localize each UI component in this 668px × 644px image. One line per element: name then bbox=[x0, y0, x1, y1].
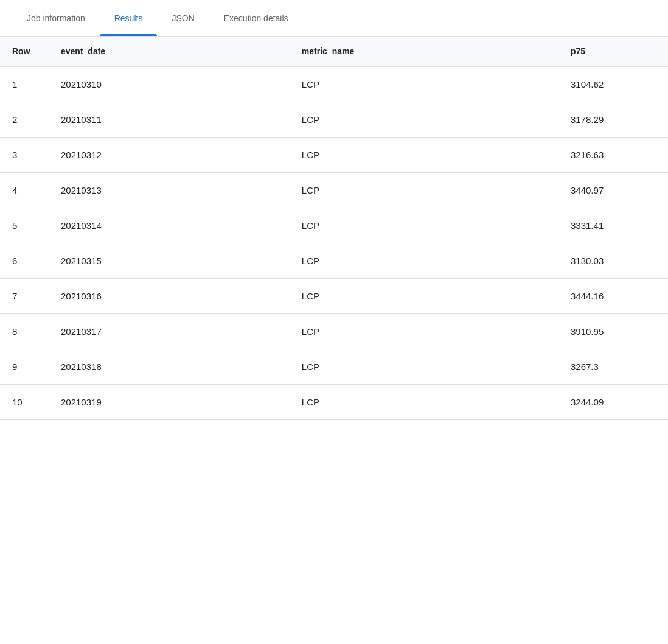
tab-json[interactable]: JSON bbox=[157, 0, 209, 36]
tabs-bar: Job informationResultsJSONExecution deta… bbox=[0, 0, 668, 37]
cell-event_date: 20210318 bbox=[49, 349, 290, 385]
cell-row: 4 bbox=[0, 173, 49, 208]
tab-job-information[interactable]: Job information bbox=[12, 0, 100, 36]
cell-row: 2 bbox=[0, 102, 49, 138]
table-header: Rowevent_datemetric_namep75 bbox=[0, 37, 668, 66]
cell-p75: 3244.09 bbox=[558, 385, 668, 420]
table-row: 420210313LCP3440.97 bbox=[0, 173, 668, 208]
table-body: 120210310LCP3104.62220210311LCP3178.2932… bbox=[0, 66, 668, 420]
cell-p75: 3216.63 bbox=[558, 138, 668, 173]
col-header-row: Row bbox=[0, 37, 49, 66]
cell-p75: 3910.95 bbox=[558, 314, 668, 349]
results-table: Rowevent_datemetric_namep75 120210310LCP… bbox=[0, 37, 668, 420]
header-row: Rowevent_datemetric_namep75 bbox=[0, 37, 668, 66]
cell-p75: 3104.62 bbox=[558, 66, 668, 102]
cell-metric_name: LCP bbox=[290, 243, 558, 279]
cell-metric_name: LCP bbox=[290, 279, 558, 314]
col-header-event_date: event_date bbox=[49, 37, 290, 66]
cell-event_date: 20210317 bbox=[49, 314, 290, 349]
cell-metric_name: LCP bbox=[290, 102, 558, 138]
cell-row: 9 bbox=[0, 349, 49, 385]
table-row: 120210310LCP3104.62 bbox=[0, 66, 668, 102]
col-header-metric_name: metric_name bbox=[290, 37, 558, 66]
table-row: 720210316LCP3444.16 bbox=[0, 279, 668, 314]
cell-p75: 3331.41 bbox=[558, 208, 668, 243]
cell-row: 1 bbox=[0, 66, 49, 102]
table-row: 520210314LCP3331.41 bbox=[0, 208, 668, 243]
table-container: Rowevent_datemetric_namep75 120210310LCP… bbox=[0, 37, 668, 420]
cell-metric_name: LCP bbox=[290, 385, 558, 420]
cell-row: 5 bbox=[0, 208, 49, 243]
cell-metric_name: LCP bbox=[290, 208, 558, 243]
cell-metric_name: LCP bbox=[290, 173, 558, 208]
cell-event_date: 20210311 bbox=[49, 102, 290, 138]
tab-results[interactable]: Results bbox=[100, 0, 158, 36]
table-row: 920210318LCP3267.3 bbox=[0, 349, 668, 385]
cell-event_date: 20210312 bbox=[49, 138, 290, 173]
cell-p75: 3267.3 bbox=[558, 349, 668, 385]
table-row: 620210315LCP3130.03 bbox=[0, 243, 668, 279]
cell-row: 3 bbox=[0, 138, 49, 173]
cell-metric_name: LCP bbox=[290, 314, 558, 349]
cell-p75: 3130.03 bbox=[558, 243, 668, 279]
cell-row: 10 bbox=[0, 385, 49, 420]
table-row: 1020210319LCP3244.09 bbox=[0, 385, 668, 420]
table-row: 220210311LCP3178.29 bbox=[0, 102, 668, 138]
cell-event_date: 20210319 bbox=[49, 385, 290, 420]
cell-p75: 3444.16 bbox=[558, 279, 668, 314]
cell-event_date: 20210310 bbox=[49, 66, 290, 102]
cell-event_date: 20210316 bbox=[49, 279, 290, 314]
cell-p75: 3178.29 bbox=[558, 102, 668, 138]
tab-execution-details[interactable]: Execution details bbox=[209, 0, 303, 36]
cell-event_date: 20210314 bbox=[49, 208, 290, 243]
cell-row: 8 bbox=[0, 314, 49, 349]
cell-metric_name: LCP bbox=[290, 66, 558, 102]
cell-row: 6 bbox=[0, 243, 49, 279]
cell-p75: 3440.97 bbox=[558, 173, 668, 208]
cell-row: 7 bbox=[0, 279, 49, 314]
table-row: 320210312LCP3216.63 bbox=[0, 138, 668, 173]
col-header-p75: p75 bbox=[558, 37, 668, 66]
cell-metric_name: LCP bbox=[290, 349, 558, 385]
cell-metric_name: LCP bbox=[290, 138, 558, 173]
table-row: 820210317LCP3910.95 bbox=[0, 314, 668, 349]
cell-event_date: 20210313 bbox=[49, 173, 290, 208]
cell-event_date: 20210315 bbox=[49, 243, 290, 279]
